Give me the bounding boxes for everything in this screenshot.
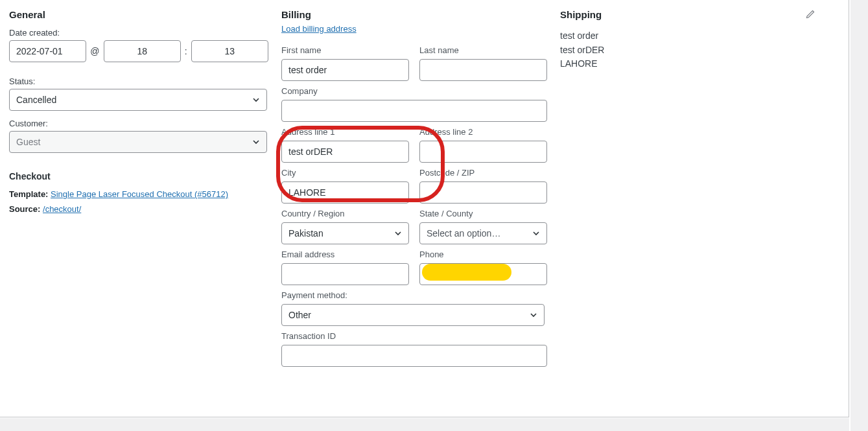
- billing-column: Billing Load billing address First name …: [281, 9, 560, 415]
- postcode-label: Postcode / ZIP: [419, 168, 547, 178]
- load-billing-address-link[interactable]: Load billing address: [281, 24, 547, 34]
- country-value: Pakistan: [288, 228, 323, 239]
- customer-select[interactable]: Guest: [9, 131, 267, 153]
- phone-label: Phone: [419, 250, 547, 259]
- city-label: City: [281, 168, 409, 178]
- hour-input[interactable]: [104, 40, 181, 62]
- shipping-heading: Shipping: [560, 9, 839, 20]
- email-label: Email address: [281, 250, 409, 259]
- general-heading: General: [9, 9, 268, 20]
- source-link[interactable]: /checkout/: [43, 204, 81, 214]
- country-label: Country / Region: [281, 209, 409, 218]
- chevron-down-icon: [394, 229, 402, 237]
- company-label: Company: [281, 86, 547, 96]
- chevron-down-icon: [532, 229, 540, 237]
- chevron-down-icon: [252, 96, 260, 104]
- date-created-label: Date created:: [9, 28, 268, 38]
- shipping-line-2: test orDER: [560, 43, 839, 58]
- address1-label: Address line 1: [281, 127, 409, 137]
- customer-label: Customer:: [9, 119, 268, 128]
- chevron-down-icon: [530, 311, 537, 319]
- shipping-line-3: LAHORE: [560, 57, 839, 71]
- billing-heading: Billing: [281, 9, 547, 20]
- address2-input[interactable]: [419, 141, 547, 163]
- transaction-id-input[interactable]: [281, 345, 547, 367]
- status-label: Status:: [9, 76, 268, 86]
- first-name-input[interactable]: [281, 59, 409, 81]
- transaction-id-label: Transaction ID: [281, 331, 547, 341]
- date-input[interactable]: [9, 40, 86, 62]
- checkout-heading: Checkout: [9, 171, 268, 181]
- template-link[interactable]: Single Page Laser Focused Checkout (#567…: [51, 189, 228, 199]
- right-edge: [850, 0, 868, 431]
- address1-input[interactable]: [281, 141, 409, 163]
- state-value: Select an option…: [427, 228, 500, 239]
- payment-method-label: Payment method:: [281, 290, 547, 300]
- general-column: General Date created: @ : Status: Cancel…: [9, 9, 281, 415]
- colon-symbol: :: [185, 46, 187, 56]
- at-symbol: @: [90, 46, 99, 56]
- last-name-input[interactable]: [419, 59, 547, 81]
- status-value: Cancelled: [16, 95, 56, 105]
- first-name-label: First name: [281, 45, 409, 55]
- source-label: Source:: [9, 204, 40, 214]
- status-select[interactable]: Cancelled: [9, 89, 267, 111]
- city-input[interactable]: [281, 181, 409, 204]
- customer-value: Guest: [16, 137, 40, 147]
- shipping-column: Shipping test order test orDER LAHORE: [560, 9, 839, 415]
- postcode-input[interactable]: [419, 181, 547, 204]
- company-input[interactable]: [281, 100, 547, 122]
- payment-method-value: Other: [288, 310, 311, 320]
- pencil-icon[interactable]: [805, 9, 815, 19]
- country-select[interactable]: Pakistan: [281, 222, 409, 244]
- last-name-label: Last name: [419, 45, 547, 55]
- payment-method-select[interactable]: Other: [281, 304, 545, 326]
- chevron-down-icon: [252, 138, 260, 146]
- state-label: State / County: [419, 209, 547, 218]
- state-select[interactable]: Select an option…: [419, 222, 547, 244]
- address2-label: Address line 2: [419, 127, 547, 137]
- shipping-line-1: test order: [560, 29, 839, 43]
- minute-input[interactable]: [191, 40, 268, 62]
- email-input[interactable]: [281, 263, 409, 285]
- template-label: Template:: [9, 189, 48, 199]
- phone-redaction-highlight: [422, 264, 511, 281]
- footer-bar: [0, 418, 849, 431]
